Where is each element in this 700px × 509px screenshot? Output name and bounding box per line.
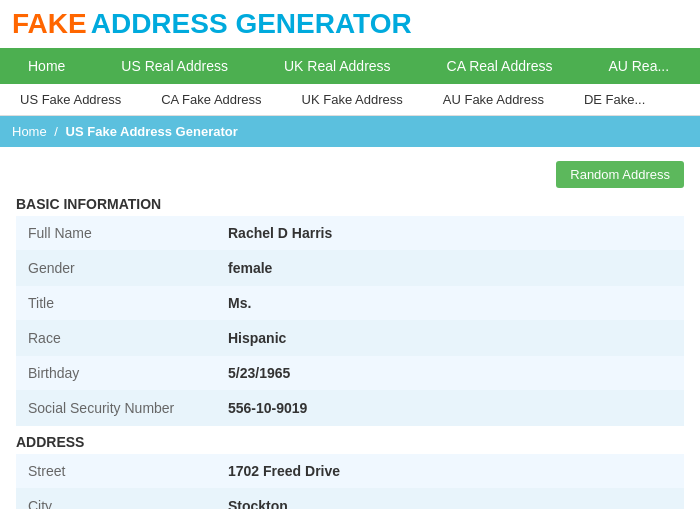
nav1-uk-real[interactable]: UK Real Address xyxy=(256,48,419,84)
row-label: Full Name xyxy=(28,225,228,241)
nav2-ca-fake[interactable]: CA Fake Address xyxy=(141,84,281,115)
table-row: Social Security Number556-10-9019 xyxy=(16,391,684,426)
row-label: Birthday xyxy=(28,365,228,381)
row-value: 1702 Freed Drive xyxy=(228,463,340,479)
breadcrumb-home[interactable]: Home xyxy=(12,124,47,139)
nav2: US Fake AddressCA Fake AddressUK Fake Ad… xyxy=(0,84,700,116)
table-row: CityStockton xyxy=(16,489,684,509)
table-row: RaceHispanic xyxy=(16,321,684,356)
basic-info-header: BASIC INFORMATION xyxy=(16,188,684,216)
logo-fake: FAKE xyxy=(12,8,87,40)
row-label: Gender xyxy=(28,260,228,276)
row-value: Rachel D Harris xyxy=(228,225,332,241)
breadcrumb-current: US Fake Address Generator xyxy=(66,124,238,139)
nav1-us-real[interactable]: US Real Address xyxy=(93,48,256,84)
row-label: Race xyxy=(28,330,228,346)
table-row: Street1702 Freed Drive xyxy=(16,454,684,489)
row-label: Social Security Number xyxy=(28,400,228,416)
row-label: Street xyxy=(28,463,228,479)
nav2-uk-fake[interactable]: UK Fake Address xyxy=(282,84,423,115)
breadcrumb-separator: / xyxy=(54,124,58,139)
random-address-button[interactable]: Random Address xyxy=(556,161,684,188)
nav1-au-real[interactable]: AU Rea... xyxy=(580,48,697,84)
table-row: Genderfemale xyxy=(16,251,684,286)
table-row: Birthday5/23/1965 xyxy=(16,356,684,391)
nav1-home[interactable]: Home xyxy=(0,48,93,84)
nav1-ca-real[interactable]: CA Real Address xyxy=(419,48,581,84)
header: FAKE ADDRESS GENERATOR xyxy=(0,0,700,48)
row-value: female xyxy=(228,260,272,276)
nav2-de-fake[interactable]: DE Fake... xyxy=(564,84,665,115)
nav2-us-fake[interactable]: US Fake Address xyxy=(0,84,141,115)
row-value: Stockton xyxy=(228,498,288,509)
table-row: TitleMs. xyxy=(16,286,684,321)
row-label: City xyxy=(28,498,228,509)
content: Random Address BASIC INFORMATION Full Na… xyxy=(0,147,700,509)
row-value: 5/23/1965 xyxy=(228,365,290,381)
table-row: Full NameRachel D Harris xyxy=(16,216,684,251)
logo-rest: ADDRESS GENERATOR xyxy=(91,8,412,40)
breadcrumb: Home / US Fake Address Generator xyxy=(0,116,700,147)
basic-info-table: Full NameRachel D HarrisGenderfemaleTitl… xyxy=(16,216,684,426)
address-header: ADDRESS xyxy=(16,426,684,454)
nav1: HomeUS Real AddressUK Real AddressCA Rea… xyxy=(0,48,700,84)
nav2-au-fake[interactable]: AU Fake Address xyxy=(423,84,564,115)
row-value: Ms. xyxy=(228,295,251,311)
row-value: Hispanic xyxy=(228,330,286,346)
row-value: 556-10-9019 xyxy=(228,400,307,416)
address-table: Street1702 Freed DriveCityStockton xyxy=(16,454,684,509)
row-label: Title xyxy=(28,295,228,311)
